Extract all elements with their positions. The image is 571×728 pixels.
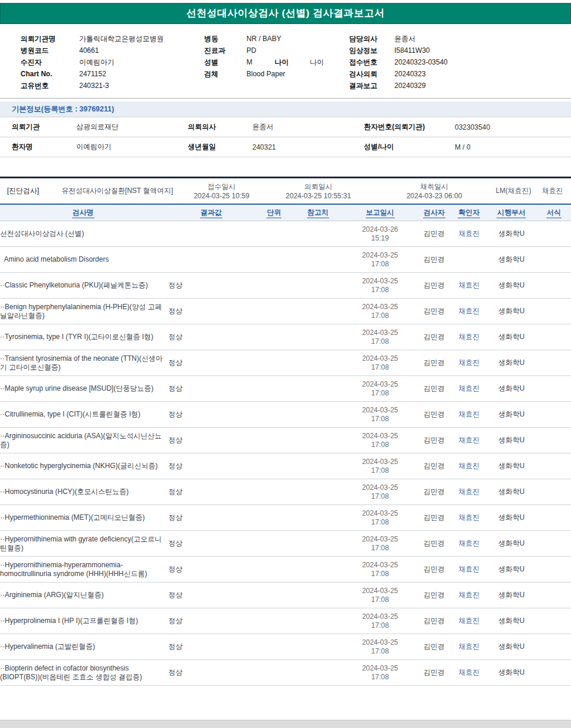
basic-info-header: 기본정보(등록번호 : 39769211) [0, 101, 571, 117]
department-cell: 생화학U [486, 229, 537, 239]
col-header-form[interactable]: 서식 [536, 208, 571, 218]
report-datetime-cell: 2024-03-25 17:08 [344, 561, 417, 578]
report-time: 17:08 [344, 544, 417, 553]
result-row[interactable]: ··Hyperornithinemia-hyperammonemia-homoc… [0, 557, 571, 583]
test-name-cell: ··Maple syrup urine disease [MSUD](단풍당뇨증… [0, 384, 166, 393]
info-value: 20240323 [394, 70, 425, 78]
info-row: 결과보고 20240329 [349, 80, 571, 92]
col-header-checker[interactable]: 확인자 [452, 208, 486, 218]
result-row[interactable]: ··Hypervalinemia (고발린혈증) 정상 2024-03-25 1… [0, 634, 571, 660]
patient-value: 삼광의료재단 [76, 122, 188, 132]
checker-cell: 채효진 [452, 461, 486, 471]
col-header-test-name[interactable]: 검사명 [0, 208, 166, 218]
checker-cell: 채효진 [452, 642, 486, 652]
result-row[interactable]: ··Hyperornithinemia with gyrate deficien… [0, 531, 571, 557]
result-row[interactable]: ··Biopterin defect in cofactor biosynthe… [0, 660, 571, 686]
info-value: 240321-3 [79, 82, 109, 90]
info-row: 성별 M 나이 나이 [204, 56, 349, 68]
report-date: 2024-03-25 [344, 509, 417, 518]
report-date: 2024-03-25 [344, 251, 417, 260]
result-value-cell: 정상 [166, 358, 256, 368]
result-value-cell: 정상 [166, 668, 256, 678]
result-row[interactable]: Amino acid metabolism Disorders 2024-03-… [0, 247, 571, 273]
tester-cell: 김민경 [417, 358, 452, 368]
department-cell: 생화학U [486, 409, 537, 419]
tester-cell: 김민경 [417, 409, 452, 419]
info-label: 진료과 [204, 46, 246, 56]
report-time: 17:08 [344, 415, 417, 424]
info-value: 2471152 [79, 70, 106, 78]
col-header-department[interactable]: 시행부서 [486, 208, 537, 218]
report-date: 2024-03-25 [344, 483, 417, 492]
result-row[interactable]: ··Citrullinemia, type I (CIT)(시트룰린혈증 I형)… [0, 402, 571, 428]
report-datetime-cell: 2024-03-25 17:08 [344, 483, 417, 501]
checker-cell: 채효진 [452, 229, 486, 239]
checker-cell: 채효진 [452, 280, 486, 290]
info-value: NR / BABY [246, 35, 281, 43]
report-date: 2024-03-25 [344, 638, 417, 647]
test-name-cell: ··Transient tyrosinemia of the neonate (… [0, 354, 166, 372]
info-value: M [246, 58, 252, 66]
header-info-right: 담당의사 윤종서 임상정보 I58411W30 접수번호 20240323-03… [349, 33, 571, 92]
test-name-cell: ··Homocystinuria (HCY)(호모시스틴뇨증) [0, 487, 166, 496]
test-name-cell: ··Hypervalinemia (고발린혈증) [0, 642, 166, 651]
report-date: 2024-03-25 [344, 303, 417, 311]
tester-cell: 김민경 [417, 229, 452, 239]
results-body: 선천성대사이상검사 (선별) 2024-03-26 15:19 김민경 채효진 … [0, 221, 571, 686]
report-time: 17:08 [344, 389, 417, 398]
col-header-result[interactable]: 결과값 [166, 208, 256, 218]
diagnosis-times: 접수일시 2024-03-25 10:59 의뢰일시 2024-03-25 10… [182, 182, 493, 201]
result-value-cell: 정상 [166, 487, 256, 497]
result-row[interactable]: ··Classic Phenylketonuria (PKU)(페닐케톤뇨증) … [0, 273, 571, 299]
report-time: 17:08 [344, 466, 417, 475]
checker-cell: 채효진 [452, 409, 486, 419]
patient-info-row: 환자명 이예림아기 생년월일 240321 성별/나이 M / 0 [0, 137, 571, 157]
department-cell: 생화학U [486, 642, 537, 652]
result-value-cell: 정상 [166, 539, 256, 548]
result-row[interactable]: 선천성대사이상검사 (선별) 2024-03-26 15:19 김민경 채효진 … [0, 221, 571, 247]
info-row: 병동 NR / BABY [204, 33, 349, 45]
result-row[interactable]: ··Argininemia (ARG)(알지닌혈증) 정상 2024-03-25… [0, 583, 571, 608]
result-row[interactable]: ··Transient tyrosinemia of the neonate (… [0, 350, 571, 376]
result-row[interactable]: ··Hyperprolinemia I (HP I)(고프롤린혈증 I형) 정상… [0, 608, 571, 634]
info-value: I58411W30 [394, 46, 430, 55]
tester-cell: 김민경 [417, 280, 452, 290]
result-row[interactable]: ··Argininosuccinic aciduria (ASA)(알지노석시닌… [0, 428, 571, 453]
report-datetime-cell: 2024-03-25 17:08 [344, 406, 417, 424]
report-date: 2024-03-25 [344, 612, 417, 621]
tester-cell: 김민경 [417, 539, 452, 548]
horizontal-scrollbar[interactable] [0, 720, 571, 728]
col-header-unit[interactable]: 단위 [256, 208, 292, 218]
report-date: 2024-03-25 [344, 664, 417, 673]
diagnosis-time-label: 접수일시 [182, 182, 261, 191]
info-value: 40661 [79, 46, 99, 55]
col-header-tester[interactable]: 검사자 [416, 208, 452, 218]
info-label: 성별 [204, 57, 246, 67]
result-row[interactable]: ··Maple syrup urine disease [MSUD](단풍당뇨증… [0, 376, 571, 402]
tester-cell: 김민경 [417, 513, 452, 523]
test-name-cell: Amino acid metabolism Disorders [0, 255, 166, 264]
report-datetime-cell: 2024-03-25 17:08 [344, 329, 417, 346]
result-row[interactable]: ··Hypermethioninemia (MET)(고메티오닌혈증) 정상 2… [0, 505, 571, 531]
info-value: Blood Paper [246, 70, 285, 78]
report-datetime-cell: 2024-03-25 17:08 [344, 612, 417, 630]
result-value-cell: 정상 [166, 461, 256, 471]
report-date: 2024-03-25 [344, 406, 417, 415]
col-header-report-datetime[interactable]: 보고일시 [344, 208, 417, 218]
report-datetime-cell: 2024-03-25 17:08 [344, 458, 417, 475]
result-row[interactable]: ··Benign hyperphenylalaninemia (H-PHE)(양… [0, 299, 571, 324]
report-datetime-cell: 2024-03-25 17:08 [344, 509, 417, 527]
info-label: 검사의뢰 [349, 69, 394, 79]
result-row[interactable]: ··Nonketotic hyperglycinemia (NKHG)(글리신뇌… [0, 453, 571, 479]
diagnosis-time-value: 2024-03-25 10:59 [182, 191, 261, 201]
result-row[interactable]: ··Homocystinuria (HCY)(호모시스틴뇨증) 정상 2024-… [0, 479, 571, 505]
report-datetime-cell: 2024-03-26 15:19 [344, 225, 417, 243]
col-header-reference[interactable]: 참고치 [292, 208, 344, 218]
info-row: 접수번호 20240323-03540 [349, 56, 571, 68]
result-row[interactable]: ··Tyrosinemia, type I (TYR I)(고타이로신혈증 I형… [0, 324, 571, 350]
report-datetime-cell: 2024-03-25 17:08 [344, 638, 417, 656]
test-name-cell: ··Argininosuccinic aciduria (ASA)(알지노석시닌… [0, 432, 166, 449]
header-info-left: 의뢰기관명 가톨릭대학교은평성모병원 병원코드 40661 수진자 이예림아기 … [21, 33, 204, 92]
checker-cell: 채효진 [452, 384, 486, 394]
report-time: 17:08 [344, 363, 417, 372]
